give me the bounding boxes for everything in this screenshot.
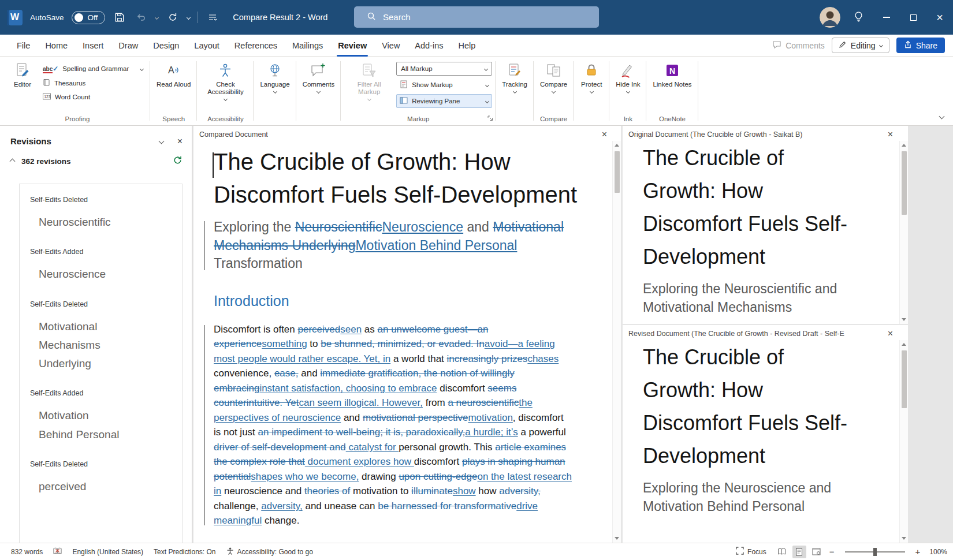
revision-item[interactable]: Self-Edits Added Neuroscience <box>30 248 182 283</box>
word-count-button[interactable]: 123 Word Count <box>39 91 147 103</box>
check-accessibility-button[interactable]: Check Accessibility <box>200 59 250 102</box>
ribbon-tabs: File Home Insert Draw Design Layout Refe… <box>0 35 483 57</box>
onenote-icon: N <box>665 62 680 79</box>
word-app-icon[interactable]: W <box>7 10 23 25</box>
share-button[interactable]: Share <box>896 38 945 53</box>
scroll-down-arrow-icon[interactable] <box>902 318 906 321</box>
print-layout-button[interactable] <box>792 546 806 558</box>
zoom-level[interactable]: 100% <box>926 548 947 556</box>
scroll-down-arrow-icon[interactable] <box>902 537 906 540</box>
all-markup-dropdown[interactable]: All Markup <box>396 62 492 76</box>
tab-draw[interactable]: Draw <box>111 35 146 57</box>
linked-notes-button[interactable]: N Linked Notes <box>650 59 694 89</box>
compare-button[interactable]: Compare <box>537 59 570 94</box>
search-placeholder: Search <box>383 12 411 22</box>
minimize-button[interactable] <box>873 0 900 35</box>
markup-dialog-launcher-icon[interactable] <box>487 113 493 124</box>
revision-item[interactable]: Self-Edits Deleted Motivational Mechanis… <box>30 300 182 374</box>
scroll-up-arrow-icon[interactable] <box>615 144 619 147</box>
reviewing-pane-button[interactable]: Reviewing Pane <box>396 94 492 108</box>
zoom-in-button[interactable]: + <box>913 547 923 557</box>
read-mode-button[interactable] <box>775 546 789 558</box>
autosave-toggle[interactable]: Off <box>72 11 106 24</box>
text-run: a world that <box>390 353 446 364</box>
filter-markup-chevron-icon <box>367 97 371 101</box>
original-scrollbar[interactable] <box>899 141 908 324</box>
tab-review[interactable]: Review <box>330 35 374 57</box>
word-count-status[interactable]: 832 words <box>6 548 48 556</box>
original-pane-close-button[interactable]: × <box>888 130 893 139</box>
read-aloud-button[interactable]: A Read Aloud <box>154 59 193 89</box>
comments-toggle-button[interactable]: Comments <box>772 40 825 51</box>
maximize-button[interactable] <box>900 0 926 35</box>
thesaurus-icon <box>43 79 50 87</box>
close-window-button[interactable]: × <box>926 0 953 35</box>
revised-document-content[interactable]: The Crucible of Growth: How Discomfort F… <box>643 341 885 516</box>
lightbulb-icon[interactable] <box>853 11 864 24</box>
tab-layout[interactable]: Layout <box>187 35 227 57</box>
original-document-content[interactable]: The Crucible of Growth: How Discomfort F… <box>643 142 885 317</box>
proofing-errors-status[interactable] <box>48 547 67 557</box>
protect-button[interactable]: Protect <box>577 59 606 94</box>
language-button[interactable]: Language <box>257 59 292 94</box>
zoom-slider[interactable] <box>845 551 905 552</box>
compared-pane-close-button[interactable]: × <box>602 130 607 139</box>
editor-button[interactable]: Editor <box>8 59 37 89</box>
editing-mode-button[interactable]: Editing <box>832 38 889 53</box>
user-avatar[interactable] <box>820 7 840 28</box>
text-predictions-status[interactable]: Text Predictions: On <box>148 548 221 556</box>
redo-repeat-icon[interactable] <box>166 10 180 24</box>
collapse-ribbon-chevron-icon[interactable] <box>940 110 944 121</box>
tab-mailings[interactable]: Mailings <box>285 35 330 57</box>
zoom-out-button[interactable]: − <box>827 547 837 557</box>
tab-addins[interactable]: Add-ins <box>407 35 451 57</box>
tab-file[interactable]: File <box>9 35 38 57</box>
web-layout-button[interactable] <box>810 546 824 558</box>
tab-references[interactable]: References <box>227 35 285 57</box>
tab-home[interactable]: Home <box>38 35 75 57</box>
revisions-pane-chevron-icon[interactable] <box>158 139 164 144</box>
revision-item[interactable]: Self-Edits Deleted Neuroscientific <box>30 196 182 232</box>
new-comment-button[interactable]: Comments <box>300 59 338 94</box>
language-status[interactable]: English (United States) <box>67 548 148 556</box>
compared-scrollbar[interactable] <box>612 141 621 543</box>
revisions-pane-close-button[interactable]: × <box>177 137 183 146</box>
customize-quick-access-icon[interactable] <box>206 10 219 24</box>
revision-item[interactable]: Self-Edits Added Motivation Behind Perso… <box>30 389 182 444</box>
show-markup-button[interactable]: Show Markup <box>396 78 492 92</box>
search-input[interactable]: Search <box>354 6 599 28</box>
scroll-up-arrow-icon[interactable] <box>902 144 906 147</box>
undo-dropdown-chevron-icon[interactable] <box>155 15 159 19</box>
focus-icon <box>736 547 744 557</box>
revised-pane-title: Revised Document (The Crucible of Growth… <box>628 330 844 338</box>
tab-view[interactable]: View <box>374 35 407 57</box>
accessibility-status[interactable]: Accessibility: Good to go <box>221 547 318 557</box>
scrollbar-thumb[interactable] <box>902 350 907 408</box>
thesaurus-button[interactable]: Thesaurus <box>39 76 147 89</box>
revisions-count-collapse-icon[interactable] <box>10 159 16 165</box>
revision-item[interactable]: Self-Edits Deleted perceived <box>30 460 182 496</box>
scrollbar-thumb[interactable] <box>615 151 620 193</box>
revised-scrollbar[interactable] <box>899 340 908 543</box>
tab-design[interactable]: Design <box>146 35 187 57</box>
undo-icon[interactable] <box>134 10 148 24</box>
save-icon[interactable] <box>113 10 126 24</box>
section-heading: Introduction <box>214 293 595 309</box>
hide-ink-button[interactable]: Hide Ink <box>613 59 643 94</box>
scrollbar-thumb[interactable] <box>902 151 907 215</box>
zoom-slider-thumb[interactable] <box>873 548 877 556</box>
refresh-revisions-icon[interactable] <box>173 155 183 167</box>
revised-pane-close-button[interactable]: × <box>888 329 893 338</box>
tracking-button[interactable]: Tracking <box>499 59 530 94</box>
text-run: change. <box>262 515 299 526</box>
tab-insert[interactable]: Insert <box>75 35 111 57</box>
tab-help[interactable]: Help <box>451 35 483 57</box>
focus-mode-button[interactable]: Focus <box>731 547 772 557</box>
spelling-grammar-button[interactable]: abc✓ Spelling and Grammar <box>39 62 147 75</box>
scroll-up-arrow-icon[interactable] <box>902 343 906 346</box>
scroll-down-arrow-icon[interactable] <box>615 537 619 540</box>
text-run: and <box>299 368 321 379</box>
quick-access-chevron-icon[interactable] <box>187 15 191 19</box>
compared-document-content[interactable]: The Crucible of Growth: How Discomfort F… <box>214 145 595 528</box>
pencil-icon <box>839 40 847 50</box>
